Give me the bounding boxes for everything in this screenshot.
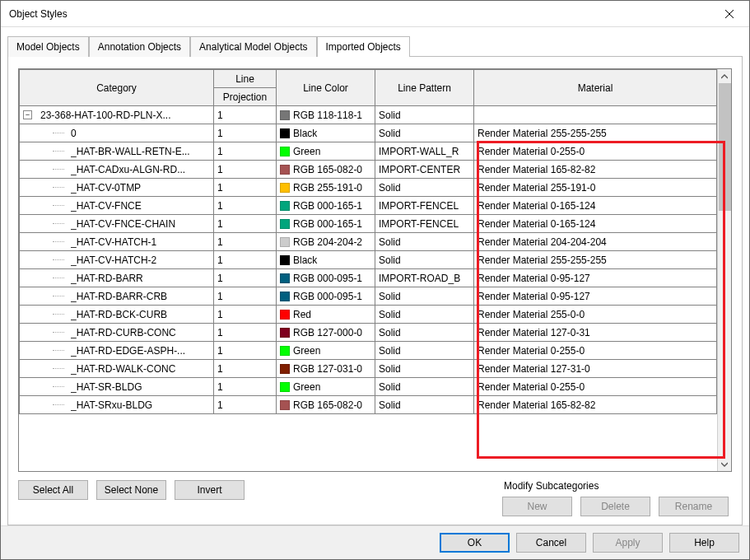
material-cell[interactable]: Render Material 127-31-0 <box>474 360 717 378</box>
category-cell[interactable]: _HAT-RD-BARR <box>20 269 214 287</box>
line-color-cell[interactable]: RGB 000-095-1 <box>277 269 375 287</box>
category-cell[interactable]: _HAT-CADxu-ALGN-RD... <box>20 161 214 179</box>
table-row[interactable]: _HAT-SRxu-BLDG1RGB 165-082-0SolidRender … <box>20 396 717 414</box>
material-cell[interactable]: Render Material 165-82-82 <box>474 161 717 179</box>
projection-cell[interactable]: 1 <box>214 306 277 324</box>
line-pattern-cell[interactable]: IMPORT-FENCEL <box>375 197 474 215</box>
delete-subcategory-button[interactable]: Delete <box>580 497 650 516</box>
line-pattern-cell[interactable]: Solid <box>375 124 474 142</box>
material-cell[interactable]: Render Material 255-255-255 <box>474 124 717 142</box>
header-line[interactable]: Line <box>214 70 277 88</box>
line-color-cell[interactable]: RGB 000-165-1 <box>277 215 375 233</box>
projection-cell[interactable]: 1 <box>214 269 277 287</box>
line-color-cell[interactable]: Green <box>277 378 375 396</box>
category-cell[interactable]: _HAT-BR-WALL-RETN-E... <box>20 142 214 161</box>
category-cell[interactable]: _HAT-CV-HATCH-2 <box>20 251 214 269</box>
line-pattern-cell[interactable]: IMPORT-ROAD_B <box>375 269 474 287</box>
category-cell[interactable]: _HAT-RD-CURB-CONC <box>20 324 214 342</box>
line-pattern-cell[interactable]: Solid <box>375 306 474 324</box>
projection-cell[interactable]: 1 <box>214 287 277 306</box>
tab-model-objects[interactable]: Model Objects <box>7 36 89 57</box>
line-color-cell[interactable]: Green <box>277 142 375 161</box>
category-cell[interactable]: _HAT-CV-0TMP <box>20 179 214 197</box>
projection-cell[interactable]: 1 <box>214 360 277 378</box>
table-row[interactable]: _HAT-CV-HATCH-21BlackSolidRender Materia… <box>20 251 717 269</box>
category-cell[interactable]: _HAT-SRxu-BLDG <box>20 396 214 414</box>
line-color-cell[interactable]: RGB 118-118-1 <box>277 106 375 124</box>
collapse-icon[interactable]: − <box>23 110 32 119</box>
material-cell[interactable]: Render Material 255-0-0 <box>474 306 717 324</box>
line-pattern-cell[interactable]: Solid <box>375 179 474 197</box>
close-button[interactable] <box>710 2 748 26</box>
line-color-cell[interactable]: RGB 204-204-2 <box>277 233 375 251</box>
table-row[interactable]: −23-368-HAT-100-RD-PLN-X...1RGB 118-118-… <box>20 106 717 124</box>
line-pattern-cell[interactable]: Solid <box>375 287 474 306</box>
projection-cell[interactable]: 1 <box>214 233 277 251</box>
material-cell[interactable]: Render Material 0-255-0 <box>474 142 717 161</box>
material-cell[interactable]: Render Material 255-191-0 <box>474 179 717 197</box>
tab-annotation-objects[interactable]: Annotation Objects <box>89 36 190 57</box>
new-subcategory-button[interactable]: New <box>502 497 572 516</box>
category-cell[interactable]: _HAT-RD-EDGE-ASPH-... <box>20 342 214 360</box>
apply-button[interactable]: Apply <box>593 533 663 553</box>
line-color-cell[interactable]: RGB 165-082-0 <box>277 161 375 179</box>
header-material[interactable]: Material <box>474 70 717 106</box>
projection-cell[interactable]: 1 <box>214 215 277 233</box>
line-pattern-cell[interactable]: Solid <box>375 251 474 269</box>
category-cell[interactable]: _HAT-CV-HATCH-1 <box>20 233 214 251</box>
line-color-cell[interactable]: RGB 127-000-0 <box>277 324 375 342</box>
ok-button[interactable]: OK <box>440 533 510 553</box>
line-pattern-cell[interactable]: Solid <box>375 106 474 124</box>
table-row[interactable]: _HAT-SR-BLDG1GreenSolidRender Material 0… <box>20 378 717 396</box>
material-cell[interactable]: Render Material 0-165-124 <box>474 197 717 215</box>
projection-cell[interactable]: 1 <box>214 124 277 142</box>
table-row[interactable]: _HAT-CV-FNCE-CHAIN1RGB 000-165-1IMPORT-F… <box>20 215 717 233</box>
category-cell[interactable]: _HAT-RD-WALK-CONC <box>20 360 214 378</box>
category-cell[interactable]: _HAT-RD-BARR-CRB <box>20 287 214 306</box>
select-all-button[interactable]: Select All <box>18 480 88 500</box>
table-row[interactable]: _HAT-RD-BCK-CURB1RedSolidRender Material… <box>20 306 717 324</box>
header-line-pattern[interactable]: Line Pattern <box>375 70 474 106</box>
cancel-button[interactable]: Cancel <box>516 533 586 553</box>
header-category[interactable]: Category <box>20 70 214 106</box>
line-color-cell[interactable]: RGB 127-031-0 <box>277 360 375 378</box>
projection-cell[interactable]: 1 <box>214 197 277 215</box>
table-row[interactable]: _HAT-CV-FNCE1RGB 000-165-1IMPORT-FENCELR… <box>20 197 717 215</box>
table-row[interactable]: _HAT-RD-EDGE-ASPH-...1GreenSolidRender M… <box>20 342 717 360</box>
line-color-cell[interactable]: Black <box>277 124 375 142</box>
category-cell[interactable]: _HAT-CV-FNCE <box>20 197 214 215</box>
rename-subcategory-button[interactable]: Rename <box>659 497 729 516</box>
material-cell[interactable]: Render Material 0-165-124 <box>474 215 717 233</box>
tab-imported-objects[interactable]: Imported Objects <box>317 36 410 57</box>
line-color-cell[interactable]: RGB 255-191-0 <box>277 179 375 197</box>
table-row[interactable]: _HAT-RD-BARR-CRB1RGB 000-095-1SolidRende… <box>20 287 717 306</box>
line-color-cell[interactable]: RGB 000-095-1 <box>277 287 375 306</box>
vertical-scrollbar[interactable] <box>717 69 731 471</box>
header-projection[interactable]: Projection <box>214 88 277 106</box>
material-cell[interactable] <box>474 106 717 124</box>
table-row[interactable]: _HAT-CV-0TMP1RGB 255-191-0SolidRender Ma… <box>20 179 717 197</box>
line-pattern-cell[interactable]: IMPORT-FENCEL <box>375 215 474 233</box>
projection-cell[interactable]: 1 <box>214 106 277 124</box>
projection-cell[interactable]: 1 <box>214 378 277 396</box>
table-row[interactable]: _HAT-BR-WALL-RETN-E...1GreenIMPORT-WALL_… <box>20 142 717 161</box>
material-cell[interactable]: Render Material 255-255-255 <box>474 251 717 269</box>
category-cell[interactable]: 0 <box>20 124 214 142</box>
material-cell[interactable]: Render Material 165-82-82 <box>474 396 717 414</box>
line-color-cell[interactable]: RGB 000-165-1 <box>277 197 375 215</box>
table-row[interactable]: 01BlackSolidRender Material 255-255-255 <box>20 124 717 142</box>
table-row[interactable]: _HAT-RD-BARR1RGB 000-095-1IMPORT-ROAD_BR… <box>20 269 717 287</box>
line-color-cell[interactable]: Red <box>277 306 375 324</box>
category-cell[interactable]: _HAT-SR-BLDG <box>20 378 214 396</box>
projection-cell[interactable]: 1 <box>214 324 277 342</box>
line-color-cell[interactable]: Black <box>277 251 375 269</box>
table-row[interactable]: _HAT-CV-HATCH-11RGB 204-204-2SolidRender… <box>20 233 717 251</box>
help-button[interactable]: Help <box>669 533 739 553</box>
header-line-color[interactable]: Line Color <box>277 70 375 106</box>
invert-button[interactable]: Invert <box>175 480 245 500</box>
scroll-down-arrow[interactable] <box>718 457 731 471</box>
category-cell[interactable]: _HAT-RD-BCK-CURB <box>20 306 214 324</box>
line-pattern-cell[interactable]: IMPORT-WALL_R <box>375 142 474 161</box>
category-cell[interactable]: _HAT-CV-FNCE-CHAIN <box>20 215 214 233</box>
projection-cell[interactable]: 1 <box>214 179 277 197</box>
